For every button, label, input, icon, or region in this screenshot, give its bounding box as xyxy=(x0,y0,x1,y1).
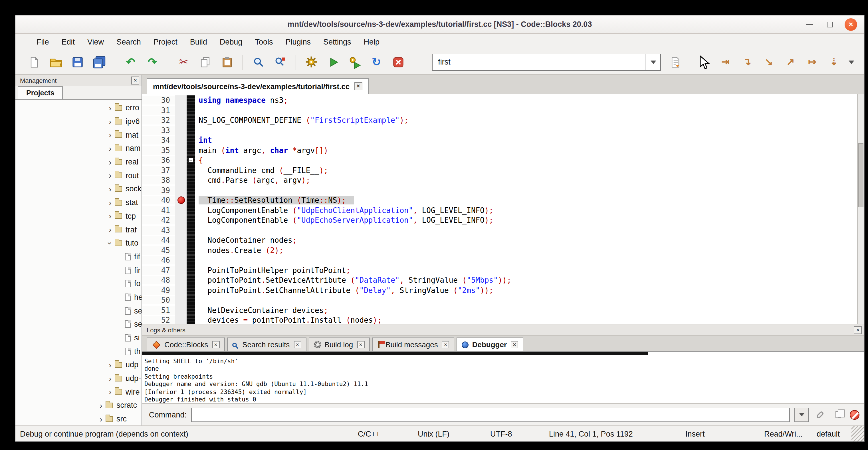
build-button[interactable] xyxy=(303,53,320,70)
code-line[interactable]: 39 xyxy=(142,185,857,195)
breakpoint-margin[interactable] xyxy=(175,195,187,205)
code-line[interactable]: 46 xyxy=(142,255,857,265)
code-line[interactable]: 31 xyxy=(142,106,857,115)
breakpoint-margin[interactable] xyxy=(175,215,187,225)
breakpoint-margin[interactable] xyxy=(175,295,187,305)
code-line[interactable]: 52 devices = pointToPoint.Install (nodes… xyxy=(142,315,857,324)
code-line[interactable]: 43 xyxy=(142,225,857,235)
log-tab-search-results[interactable]: Search results× xyxy=(227,337,306,351)
search-combobox[interactable] xyxy=(432,53,661,70)
chevron-down-icon[interactable]: › xyxy=(105,238,115,247)
fold-margin[interactable] xyxy=(187,115,195,125)
fold-margin[interactable] xyxy=(187,265,195,275)
log-tab-build-messages[interactable]: Build messages× xyxy=(372,337,455,351)
run-button[interactable] xyxy=(324,53,342,70)
redo-button[interactable]: ↷ xyxy=(144,53,161,70)
tree-item-fif[interactable]: fif xyxy=(16,250,142,263)
editor-vertical-scrollbar[interactable] xyxy=(857,94,864,324)
menu-item-debug[interactable]: Debug xyxy=(213,34,249,50)
code-line[interactable]: 35main (int argc, char *argv[]) xyxy=(142,145,857,155)
open-file-button[interactable] xyxy=(48,53,64,70)
breakpoint-margin[interactable] xyxy=(175,305,187,315)
tree-item-tuto[interactable]: ›tuto xyxy=(16,236,142,250)
fold-box-icon[interactable] xyxy=(188,158,193,163)
chevron-right-icon[interactable]: › xyxy=(105,387,115,397)
tree-item-fo[interactable]: fo xyxy=(16,277,142,290)
breakpoint-margin[interactable] xyxy=(175,225,187,235)
command-history-dropdown[interactable] xyxy=(795,408,809,422)
breakpoint-margin[interactable] xyxy=(175,255,187,265)
fold-margin[interactable] xyxy=(187,175,195,185)
code-line[interactable]: 32NS_LOG_COMPONENT_DEFINE ("FirstScriptE… xyxy=(142,115,857,125)
breakpoint-margin[interactable] xyxy=(175,235,187,245)
command-input[interactable] xyxy=(191,408,790,422)
breakpoint-margin[interactable] xyxy=(175,136,187,145)
code-line[interactable]: 34int xyxy=(142,136,857,145)
tree-item-udp-[interactable]: ›udp- xyxy=(16,372,142,385)
maximize-button[interactable] xyxy=(824,19,835,30)
fold-margin[interactable] xyxy=(187,165,195,175)
fold-margin[interactable] xyxy=(187,95,195,106)
menu-item-search[interactable]: Search xyxy=(110,34,147,50)
cut-button[interactable]: ✂ xyxy=(175,53,192,70)
step-out-button[interactable]: ↗ xyxy=(782,53,799,70)
run-to-cursor-button[interactable]: ⇥ xyxy=(717,53,734,70)
menu-item-file[interactable]: File xyxy=(30,34,55,50)
breakpoint-margin[interactable] xyxy=(175,285,187,295)
log-tab-close-button[interactable]: × xyxy=(212,341,219,348)
breakpoint-margin[interactable] xyxy=(175,106,187,115)
breakpoint-margin[interactable] xyxy=(175,265,187,275)
tab-projects[interactable]: Projects xyxy=(18,86,63,99)
menu-item-tools[interactable]: Tools xyxy=(249,34,279,50)
menu-item-project[interactable]: Project xyxy=(147,34,184,50)
resize-grip[interactable] xyxy=(851,426,864,442)
fold-margin[interactable] xyxy=(187,155,195,165)
log-tab-debugger[interactable]: Debugger× xyxy=(457,337,523,351)
code-line[interactable]: 45 nodes.Create (2); xyxy=(142,245,857,255)
undo-button[interactable]: ↶ xyxy=(122,53,139,70)
breakpoint-margin[interactable] xyxy=(175,175,187,185)
log-tab-close-button[interactable]: × xyxy=(511,341,518,348)
code-line[interactable]: 41 LogComponentEnable ("UdpEchoClientApp… xyxy=(142,205,857,215)
toolbar-overflow-button[interactable] xyxy=(845,60,858,64)
fold-margin[interactable] xyxy=(187,275,195,285)
editor-tab-close-button[interactable]: × xyxy=(354,82,362,90)
rebuild-button[interactable]: ↻ xyxy=(368,53,385,70)
paste-button[interactable] xyxy=(219,53,236,70)
fold-margin[interactable] xyxy=(187,145,195,155)
code-line[interactable]: 30using namespace ns3; xyxy=(142,95,857,106)
chevron-right-icon[interactable]: › xyxy=(105,198,115,207)
code-line[interactable]: 36{ xyxy=(142,155,857,165)
chevron-right-icon[interactable]: › xyxy=(105,130,115,139)
fold-margin[interactable] xyxy=(187,185,195,195)
tree-item-ipv6[interactable]: ›ipv6 xyxy=(16,115,142,128)
log-tab-build-log[interactable]: Build log× xyxy=(308,337,370,351)
chevron-right-icon[interactable]: › xyxy=(105,184,115,193)
breakpoint-margin[interactable] xyxy=(175,185,187,195)
menu-item-view[interactable]: View xyxy=(81,34,110,50)
chevron-right-icon[interactable]: › xyxy=(105,171,115,180)
tree-item-si[interactable]: si xyxy=(16,331,142,344)
fold-margin[interactable] xyxy=(187,136,195,145)
tree-item-tcp[interactable]: ›tcp xyxy=(16,209,142,223)
tree-item-th[interactable]: th xyxy=(16,344,142,358)
copy-button[interactable] xyxy=(197,53,214,70)
chevron-right-icon[interactable]: › xyxy=(96,414,105,423)
chevron-right-icon[interactable]: › xyxy=(105,360,115,369)
log-tab-close-button[interactable]: × xyxy=(293,341,301,348)
save-all-button[interactable] xyxy=(91,53,108,70)
menu-item-build[interactable]: Build xyxy=(184,34,213,50)
tree-item-sock[interactable]: ›sock xyxy=(16,182,142,196)
find-button[interactable] xyxy=(250,53,267,70)
close-button[interactable]: × xyxy=(845,18,857,31)
tree-item-rout[interactable]: ›rout xyxy=(16,169,142,182)
tree-item-src[interactable]: ›src xyxy=(16,412,142,425)
code-line[interactable]: 50 xyxy=(142,295,857,305)
code-editor[interactable]: 30using namespace ns3;3132NS_LOG_COMPONE… xyxy=(142,94,864,324)
menu-item-settings[interactable]: Settings xyxy=(317,34,358,50)
tree-item-se[interactable]: se xyxy=(16,318,142,331)
code-line[interactable]: 38 cmd.Parse (argc, argv); xyxy=(142,175,857,185)
tree-item-real[interactable]: ›real xyxy=(16,155,142,169)
fold-margin[interactable] xyxy=(187,125,195,136)
debugger-log[interactable]: Setting SHELL to '/bin/sh'doneSetting br… xyxy=(142,352,864,404)
